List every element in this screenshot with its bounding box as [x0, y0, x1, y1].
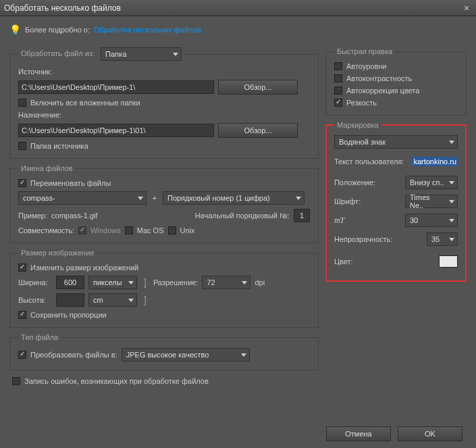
filenames-group: Имена файлов Переименовать файлы compass…	[9, 164, 319, 243]
process-legend: Обработать файл из:	[21, 49, 95, 57]
resolution-select[interactable]: 72	[202, 276, 250, 289]
dest-label: Назначение:	[18, 111, 61, 119]
constrain-label: Сохранить пропорции	[30, 311, 107, 319]
autocontrast-label: Автоконтрастность	[346, 74, 412, 82]
same-as-source-checkbox[interactable]	[18, 142, 26, 150]
filetype-group: Тип файла Преобразовать файлы в: JPEG вы…	[9, 333, 319, 370]
close-icon[interactable]: ×	[461, 3, 472, 14]
quickfix-legend: Быстрая правка	[334, 47, 395, 55]
process-source-select[interactable]: Папка	[101, 47, 182, 61]
compat-windows-label: Windows	[90, 226, 121, 234]
log-errors-label: Запись ошибок, возникающих при обработке…	[24, 377, 209, 385]
rename-checkbox[interactable]	[18, 179, 26, 187]
compat-mac-checkbox[interactable]	[125, 226, 133, 234]
autocolor-checkbox[interactable]	[334, 86, 342, 95]
compat-unix-checkbox[interactable]	[168, 226, 176, 234]
cancel-button[interactable]: Отмена	[326, 426, 391, 441]
sharpen-label: Резкость	[346, 99, 377, 107]
font-select[interactable]: Times Ne..	[405, 195, 458, 208]
source-label: Источник:	[18, 68, 52, 76]
resize-label: Изменить размер изображений	[30, 264, 138, 272]
font-label: Шрифт:	[334, 197, 405, 205]
chevron-down-icon	[241, 353, 246, 357]
usertext-label: Текст пользователя:	[334, 157, 412, 166]
color-swatch[interactable]	[439, 255, 458, 268]
filename-seq-select[interactable]: Порядковый номер (1 цифра)	[163, 191, 305, 205]
compat-mac-label: Mac OS	[137, 226, 164, 234]
resize-checkbox[interactable]	[18, 264, 26, 272]
filetype-legend: Тип файла	[18, 333, 61, 341]
startnum-input[interactable]	[294, 209, 310, 222]
titlebar: Обработать несколько файлов ×	[0, 0, 476, 16]
bulb-icon: 💡	[9, 24, 21, 35]
log-errors-checkbox[interactable]	[12, 377, 20, 385]
chevron-down-icon	[449, 200, 454, 203]
watermark-legend: Маркировка	[334, 121, 381, 129]
chevron-down-icon	[138, 197, 143, 200]
format-select[interactable]: JPEG высокое качество	[122, 348, 250, 362]
width-label: Ширина:	[18, 278, 52, 287]
chevron-down-icon	[449, 219, 454, 222]
window-title: Обработать несколько файлов	[4, 3, 121, 13]
compat-unix-label: Unix	[180, 226, 195, 234]
filenames-legend: Имена файлов	[18, 164, 76, 172]
dest-path-input[interactable]	[18, 124, 214, 137]
width-unit-select[interactable]: пикселы	[88, 276, 137, 289]
imagesize-group: Размер изображения Изменить размер изобр…	[9, 249, 319, 328]
same-as-source-label: Папка источника	[30, 142, 88, 150]
usertext-value[interactable]: kartonkino.ru	[412, 157, 458, 166]
compat-label: Совместимость:	[18, 226, 74, 234]
chevron-down-icon	[173, 53, 178, 56]
plus-icon: +	[151, 194, 159, 202]
watermark-group: Маркировка Водяной знак Текст пользовате…	[325, 121, 467, 282]
position-label: Положение:	[334, 178, 405, 186]
example-label: Пример:	[18, 211, 47, 220]
compat-windows-checkbox	[78, 226, 86, 234]
startnum-label: Начальный порядковый №:	[195, 211, 290, 220]
process-group: Обработать файл из: Папка Источник: Обзо…	[9, 47, 319, 159]
opacity-select[interactable]: 35	[427, 232, 458, 246]
browse-source-button[interactable]: Обзор...	[218, 80, 298, 95]
example-value: compass-1.gif	[51, 211, 97, 220]
width-input[interactable]	[56, 276, 84, 289]
chevron-down-icon	[128, 281, 134, 284]
source-path-input[interactable]	[18, 80, 214, 94]
include-subfolders-checkbox[interactable]	[18, 99, 26, 107]
chevron-down-icon	[449, 238, 454, 241]
include-subfolders-label: Включить все вложенные папки	[30, 99, 140, 107]
chevron-down-icon	[128, 299, 134, 302]
resolution-unit: dpi	[255, 278, 265, 287]
info-link[interactable]: Обработка нескольких файлов	[94, 26, 201, 34]
chevron-down-icon	[242, 281, 247, 284]
filename-prefix-select[interactable]: compass-	[18, 191, 147, 205]
fontsize-select[interactable]: 30	[405, 214, 458, 227]
height-label: Высота:	[18, 296, 52, 304]
quickfix-group: Быстрая правка Автоуровни Автоконтрастно…	[325, 47, 467, 116]
height-unit-select[interactable]: cm	[88, 293, 137, 307]
convert-checkbox[interactable]	[18, 351, 26, 359]
imagesize-legend: Размер изображения	[18, 249, 97, 257]
sharpen-checkbox[interactable]	[334, 99, 342, 107]
convert-label: Преобразовать файлы в:	[30, 351, 117, 359]
ok-button[interactable]: OK	[398, 426, 462, 441]
browse-dest-button[interactable]: Обзор...	[218, 123, 298, 138]
link-icon-bottom: ⁠]	[141, 295, 149, 305]
resolution-label: Разрешение:	[153, 278, 199, 287]
constrain-checkbox[interactable]	[18, 311, 26, 319]
opacity-label: Непрозрачность:	[334, 235, 427, 243]
chevron-down-icon	[449, 181, 454, 184]
autocolor-label: Автокоррекция цвета	[346, 86, 419, 95]
height-input[interactable]	[56, 293, 84, 307]
watermark-type-select[interactable]: Водяной знак	[334, 135, 458, 149]
info-bar: 💡 Более подробно о: Обработка нескольких…	[9, 24, 467, 35]
color-label: Цвет:	[334, 257, 439, 266]
position-select[interactable]: Внизу сп..	[405, 176, 458, 189]
link-icon[interactable]: ⁠]	[141, 277, 149, 288]
rename-label: Переименовать файлы	[30, 179, 111, 187]
fontsize-icon: тT	[334, 216, 405, 226]
autolevels-checkbox[interactable]	[334, 62, 342, 70]
autocontrast-checkbox[interactable]	[334, 74, 342, 82]
chevron-down-icon	[449, 141, 454, 144]
autolevels-label: Автоуровни	[346, 62, 387, 70]
info-text: Более подробно о:	[25, 26, 90, 34]
